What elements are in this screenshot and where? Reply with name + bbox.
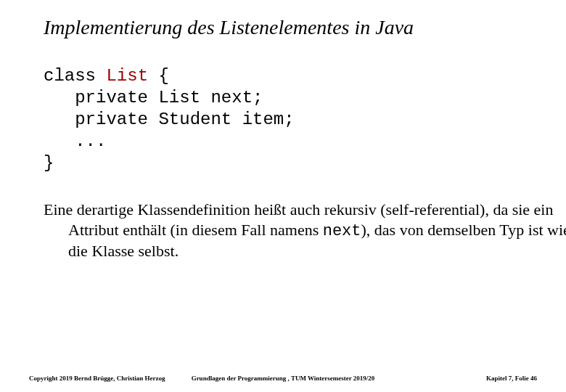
- code-line-4: ...: [44, 131, 106, 151]
- body-mono-next: next: [323, 222, 361, 240]
- footer-course: Grundlagen der Programmierung , TUM Wint…: [0, 375, 566, 382]
- body-paragraph: Eine derartige Klassendefinition heißt a…: [29, 200, 566, 261]
- code-block: class List { private List next; private …: [44, 65, 295, 174]
- code-line-2: private List next;: [44, 88, 263, 107]
- code-line-5: }: [44, 153, 54, 173]
- slide-title: Implementierung des Listenelementes in J…: [44, 16, 414, 39]
- code-line-3: private Student item;: [44, 110, 295, 129]
- slide: Implementierung des Listenelementes in J…: [0, 0, 566, 392]
- code-keyword-list: List: [106, 66, 148, 86]
- code-line-1a: class: [44, 66, 106, 86]
- footer-page: Kapitel 7, Folie 46: [486, 375, 537, 382]
- code-line-1c: {: [148, 66, 169, 86]
